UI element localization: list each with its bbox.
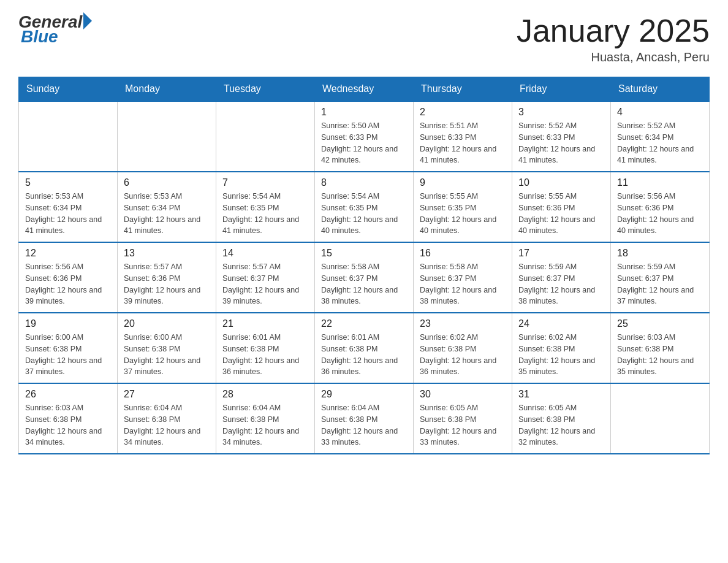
day-info: Sunrise: 5:57 AMSunset: 6:37 PMDaylight:… <box>222 261 308 307</box>
calendar-cell: 24Sunrise: 6:02 AMSunset: 6:38 PMDayligh… <box>512 313 611 383</box>
logo-arrow-icon <box>83 12 92 29</box>
calendar-cell: 14Sunrise: 5:57 AMSunset: 6:37 PMDayligh… <box>216 242 315 313</box>
day-info: Sunrise: 5:59 AMSunset: 6:37 PMDaylight:… <box>518 261 604 307</box>
day-number: 17 <box>518 248 604 259</box>
day-info: Sunrise: 6:05 AMSunset: 6:38 PMDaylight:… <box>518 402 604 448</box>
day-number: 2 <box>420 107 506 118</box>
calendar-cell <box>611 383 710 454</box>
day-number: 12 <box>25 248 111 259</box>
calendar-header-thursday: Thursday <box>414 77 512 102</box>
calendar-week-row: 5Sunrise: 5:53 AMSunset: 6:34 PMDaylight… <box>19 172 710 242</box>
day-number: 19 <box>25 318 111 329</box>
day-number: 11 <box>617 177 703 188</box>
day-info: Sunrise: 5:52 AMSunset: 6:34 PMDaylight:… <box>617 120 703 166</box>
day-number: 13 <box>124 248 210 259</box>
day-info: Sunrise: 5:50 AMSunset: 6:33 PMDaylight:… <box>321 120 407 166</box>
calendar-cell: 20Sunrise: 6:00 AMSunset: 6:38 PMDayligh… <box>118 313 216 383</box>
calendar-cell: 5Sunrise: 5:53 AMSunset: 6:34 PMDaylight… <box>19 172 118 242</box>
day-number: 28 <box>222 389 308 400</box>
day-info: Sunrise: 5:52 AMSunset: 6:33 PMDaylight:… <box>518 120 604 166</box>
calendar-week-row: 12Sunrise: 5:56 AMSunset: 6:36 PMDayligh… <box>19 242 710 313</box>
calendar-cell: 15Sunrise: 5:58 AMSunset: 6:37 PMDayligh… <box>315 242 414 313</box>
calendar-cell: 23Sunrise: 6:02 AMSunset: 6:38 PMDayligh… <box>414 313 512 383</box>
calendar-cell: 31Sunrise: 6:05 AMSunset: 6:38 PMDayligh… <box>512 383 611 454</box>
title-section: January 2025 Huasta, Ancash, Peru <box>517 12 710 64</box>
day-info: Sunrise: 5:56 AMSunset: 6:36 PMDaylight:… <box>25 261 111 307</box>
calendar-cell: 11Sunrise: 5:56 AMSunset: 6:36 PMDayligh… <box>611 172 710 242</box>
calendar-header-row: SundayMondayTuesdayWednesdayThursdayFrid… <box>19 77 710 102</box>
day-number: 15 <box>321 248 407 259</box>
day-info: Sunrise: 5:58 AMSunset: 6:37 PMDaylight:… <box>420 261 506 307</box>
day-number: 16 <box>420 248 506 259</box>
calendar-cell: 2Sunrise: 5:51 AMSunset: 6:33 PMDaylight… <box>414 101 512 172</box>
day-number: 27 <box>124 389 210 400</box>
calendar-header-tuesday: Tuesday <box>216 77 315 102</box>
location: Huasta, Ancash, Peru <box>517 50 710 64</box>
day-number: 7 <box>222 177 308 188</box>
day-info: Sunrise: 5:58 AMSunset: 6:37 PMDaylight:… <box>321 261 407 307</box>
calendar-table: SundayMondayTuesdayWednesdayThursdayFrid… <box>18 77 710 454</box>
day-number: 5 <box>25 177 111 188</box>
calendar-cell: 1Sunrise: 5:50 AMSunset: 6:33 PMDaylight… <box>315 101 414 172</box>
calendar-cell: 30Sunrise: 6:05 AMSunset: 6:38 PMDayligh… <box>414 383 512 454</box>
day-info: Sunrise: 6:01 AMSunset: 6:38 PMDaylight:… <box>321 332 407 378</box>
day-info: Sunrise: 6:01 AMSunset: 6:38 PMDaylight:… <box>222 332 308 378</box>
day-number: 10 <box>518 177 604 188</box>
calendar-cell <box>216 101 315 172</box>
day-number: 3 <box>518 107 604 118</box>
day-number: 14 <box>222 248 308 259</box>
day-number: 8 <box>321 177 407 188</box>
day-number: 18 <box>617 248 703 259</box>
day-info: Sunrise: 5:55 AMSunset: 6:35 PMDaylight:… <box>420 191 506 237</box>
calendar-cell: 16Sunrise: 5:58 AMSunset: 6:37 PMDayligh… <box>414 242 512 313</box>
day-info: Sunrise: 5:54 AMSunset: 6:35 PMDaylight:… <box>321 191 407 237</box>
day-info: Sunrise: 6:03 AMSunset: 6:38 PMDaylight:… <box>617 332 703 378</box>
calendar-cell: 7Sunrise: 5:54 AMSunset: 6:35 PMDaylight… <box>216 172 315 242</box>
day-number: 21 <box>222 318 308 329</box>
day-info: Sunrise: 5:56 AMSunset: 6:36 PMDaylight:… <box>617 191 703 237</box>
calendar-cell: 22Sunrise: 6:01 AMSunset: 6:38 PMDayligh… <box>315 313 414 383</box>
calendar-week-row: 1Sunrise: 5:50 AMSunset: 6:33 PMDaylight… <box>19 101 710 172</box>
day-number: 31 <box>518 389 604 400</box>
day-info: Sunrise: 6:03 AMSunset: 6:38 PMDaylight:… <box>25 402 111 448</box>
day-info: Sunrise: 5:53 AMSunset: 6:34 PMDaylight:… <box>124 191 210 237</box>
day-info: Sunrise: 5:57 AMSunset: 6:36 PMDaylight:… <box>124 261 210 307</box>
day-info: Sunrise: 5:55 AMSunset: 6:36 PMDaylight:… <box>518 191 604 237</box>
day-number: 29 <box>321 389 407 400</box>
calendar-cell: 26Sunrise: 6:03 AMSunset: 6:38 PMDayligh… <box>19 383 118 454</box>
calendar-header-sunday: Sunday <box>19 77 118 102</box>
logo: General Blue <box>18 12 92 47</box>
calendar-cell: 6Sunrise: 5:53 AMSunset: 6:34 PMDaylight… <box>118 172 216 242</box>
calendar-cell: 28Sunrise: 6:04 AMSunset: 6:38 PMDayligh… <box>216 383 315 454</box>
calendar-header-saturday: Saturday <box>611 77 710 102</box>
calendar-week-row: 19Sunrise: 6:00 AMSunset: 6:38 PMDayligh… <box>19 313 710 383</box>
calendar-cell: 13Sunrise: 5:57 AMSunset: 6:36 PMDayligh… <box>118 242 216 313</box>
calendar-cell: 27Sunrise: 6:04 AMSunset: 6:38 PMDayligh… <box>118 383 216 454</box>
calendar-cell: 21Sunrise: 6:01 AMSunset: 6:38 PMDayligh… <box>216 313 315 383</box>
day-number: 4 <box>617 107 703 118</box>
calendar-header-monday: Monday <box>118 77 216 102</box>
month-title: January 2025 <box>517 12 710 49</box>
calendar-cell: 25Sunrise: 6:03 AMSunset: 6:38 PMDayligh… <box>611 313 710 383</box>
day-number: 30 <box>420 389 506 400</box>
day-info: Sunrise: 6:00 AMSunset: 6:38 PMDaylight:… <box>25 332 111 378</box>
day-info: Sunrise: 6:02 AMSunset: 6:38 PMDaylight:… <box>518 332 604 378</box>
day-number: 20 <box>124 318 210 329</box>
day-info: Sunrise: 5:53 AMSunset: 6:34 PMDaylight:… <box>25 191 111 237</box>
calendar-cell: 12Sunrise: 5:56 AMSunset: 6:36 PMDayligh… <box>19 242 118 313</box>
calendar-header-friday: Friday <box>512 77 611 102</box>
day-number: 22 <box>321 318 407 329</box>
calendar-header-wednesday: Wednesday <box>315 77 414 102</box>
calendar-cell: 10Sunrise: 5:55 AMSunset: 6:36 PMDayligh… <box>512 172 611 242</box>
logo-blue-text: Blue <box>18 27 58 47</box>
calendar-week-row: 26Sunrise: 6:03 AMSunset: 6:38 PMDayligh… <box>19 383 710 454</box>
calendar-cell: 29Sunrise: 6:04 AMSunset: 6:38 PMDayligh… <box>315 383 414 454</box>
day-info: Sunrise: 5:59 AMSunset: 6:37 PMDaylight:… <box>617 261 703 307</box>
calendar-cell: 18Sunrise: 5:59 AMSunset: 6:37 PMDayligh… <box>611 242 710 313</box>
day-info: Sunrise: 5:51 AMSunset: 6:33 PMDaylight:… <box>420 120 506 166</box>
calendar-cell <box>118 101 216 172</box>
day-info: Sunrise: 5:54 AMSunset: 6:35 PMDaylight:… <box>222 191 308 237</box>
day-number: 1 <box>321 107 407 118</box>
calendar-cell: 4Sunrise: 5:52 AMSunset: 6:34 PMDaylight… <box>611 101 710 172</box>
day-info: Sunrise: 6:04 AMSunset: 6:38 PMDaylight:… <box>222 402 308 448</box>
